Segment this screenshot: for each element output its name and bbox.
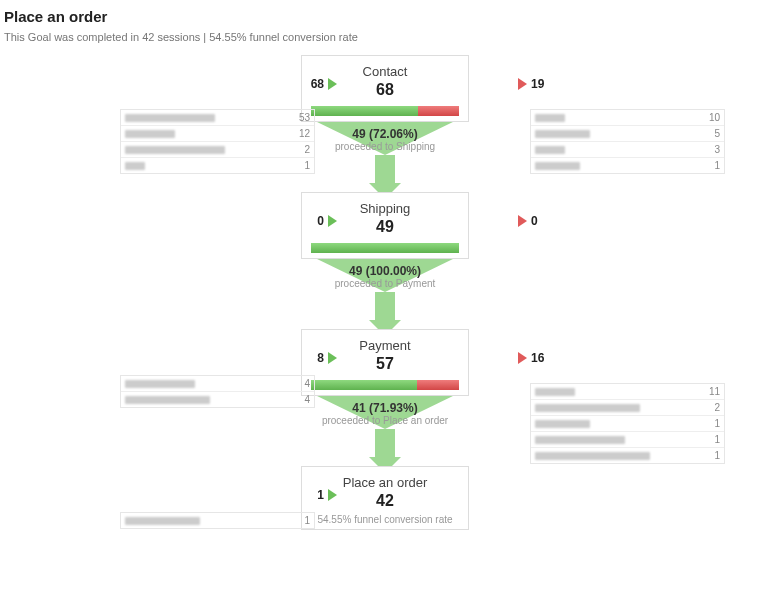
stage-entries-count: 68 [300,77,324,91]
exits-destinations-table: 112111 [530,383,725,464]
row-value: 1 [714,434,720,445]
table-row: 2 [531,400,724,416]
stage-exits-count: 16 [531,351,555,365]
table-row: 1 [531,158,724,173]
bar-exited-segment [417,380,459,390]
arrow-right-red-icon [518,215,527,227]
proceed-subtitle: proceeded to Place an order [322,415,448,426]
entries-sources-table: 44 [120,375,315,408]
proceed-count: 41 (71.93%) [322,401,448,415]
bar-proceeded-segment [311,380,417,390]
proceed-count: 49 (100.00%) [335,264,436,278]
table-row: 11 [531,384,724,400]
table-row: 10 [531,110,724,126]
proceed-label: 49 (100.00%) proceeded to Payment [335,264,436,289]
funnel-stage: 1 Place an order 4254.55% funnel convers… [0,466,770,530]
arrow-right-red-icon [518,78,527,90]
redacted-label [125,146,225,154]
table-row: 1 [531,448,724,463]
row-value: 2 [304,144,310,155]
stage-entries-count: 8 [300,351,324,365]
stage-conversion-bar [310,242,460,254]
bar-exited-segment [418,106,459,116]
table-row: 2 [121,142,314,158]
row-value: 1 [714,418,720,429]
table-row: 4 [121,376,314,392]
row-value: 2 [714,402,720,413]
stage-exits-count: 0 [531,214,555,228]
redacted-label [535,452,650,460]
redacted-label [125,162,145,170]
redacted-label [125,380,195,388]
row-value: 1 [304,160,310,171]
entries-sources-table: 531221 [120,109,315,174]
table-row: 3 [531,142,724,158]
stage-conversion-bar [310,105,460,117]
funnel-chart: 68 Contact 68 1953122110531 49 (72.06%) … [0,55,770,530]
funnel-stage: 0 Shipping 49 0 [0,192,770,259]
bar-proceeded-segment [311,243,459,253]
redacted-label [535,146,565,154]
stage-entries-count: 1 [300,488,324,502]
table-row: 1 [531,416,724,432]
row-value: 3 [714,144,720,155]
proceed-subtitle: proceeded to Payment [335,278,436,289]
row-value: 1 [304,515,310,526]
stage-conversion-bar [310,379,460,391]
funnel-stage: 8 Payment 57 1644112111 [0,329,770,396]
redacted-label [125,114,215,122]
row-value: 12 [299,128,310,139]
redacted-label [535,130,590,138]
redacted-label [125,396,210,404]
page-title: Place an order [4,8,766,25]
entries-sources-table: 1 [120,512,315,529]
table-row: 12 [121,126,314,142]
redacted-label [125,130,175,138]
row-value: 11 [709,386,720,397]
stage-entries-count: 0 [300,214,324,228]
redacted-label [125,517,200,525]
table-row: 5 [531,126,724,142]
row-value: 53 [299,112,310,123]
row-value: 1 [714,450,720,461]
row-value: 10 [709,112,720,123]
redacted-label [535,404,640,412]
funnel-stage: 68 Contact 68 1953122110531 [0,55,770,122]
row-value: 1 [714,160,720,171]
arrow-right-red-icon [518,352,527,364]
arrow-right-green-icon [328,489,337,501]
redacted-label [535,420,590,428]
bar-proceeded-segment [311,106,418,116]
table-row: 53 [121,110,314,126]
arrow-right-green-icon [328,78,337,90]
arrow-right-green-icon [328,352,337,364]
row-value: 4 [304,378,310,389]
redacted-label [535,162,580,170]
table-row: 1 [121,158,314,173]
stage-exits-count: 19 [531,77,555,91]
exits-destinations-table: 10531 [530,109,725,174]
redacted-label [535,436,625,444]
proceed-label: 49 (72.06%) proceeded to Shipping [335,127,435,152]
table-row: 1 [121,513,314,528]
redacted-label [535,388,575,396]
arrow-right-green-icon [328,215,337,227]
proceed-label: 41 (71.93%) proceeded to Place an order [322,401,448,426]
redacted-label [535,114,565,122]
table-row: 4 [121,392,314,407]
stage-final-subtitle: 54.55% funnel conversion rate [308,514,462,525]
proceed-subtitle: proceeded to Shipping [335,141,435,152]
table-row: 1 [531,432,724,448]
page-subtitle: This Goal was completed in 42 sessions |… [4,31,766,43]
proceed-count: 49 (72.06%) [335,127,435,141]
row-value: 4 [304,394,310,405]
row-value: 5 [714,128,720,139]
